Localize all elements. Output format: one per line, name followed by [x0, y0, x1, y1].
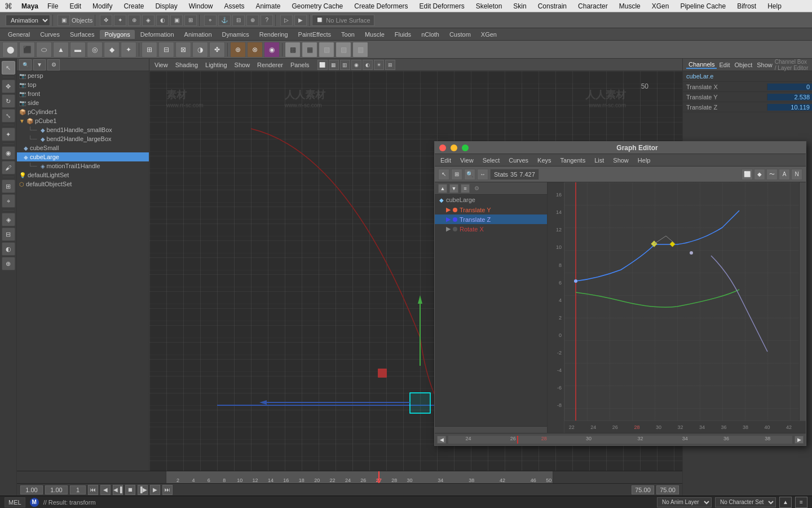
move-tool-icon[interactable]: ✥: [2, 80, 15, 93]
shelf-tab-custom[interactable]: Custom: [445, 30, 475, 39]
ch-value-tx[interactable]: 0: [767, 84, 812, 90]
scene-item-front[interactable]: 📷 front: [17, 89, 149, 98]
tool-icon-4[interactable]: ◈: [142, 15, 155, 26]
ge-scrollbar-right[interactable]: [799, 182, 806, 421]
shelf-icon-checker4[interactable]: ▨: [336, 42, 351, 58]
ge-close-btn[interactable]: [439, 144, 446, 151]
scene-item-bend2[interactable]: └─ ◆ bend2Handle_largeBox: [17, 134, 149, 143]
ge-menu-keys[interactable]: Keys: [535, 157, 553, 164]
ge-tb-icon-keys[interactable]: ◆: [754, 169, 765, 180]
menu-constrain[interactable]: Constrain: [536, 2, 569, 10]
ge-tb-icon-anim[interactable]: A: [779, 169, 790, 180]
tool-icon-2[interactable]: ✦: [114, 15, 126, 26]
shelf-icon-checker[interactable]: ▩: [285, 42, 301, 58]
ge-maximize-btn[interactable]: [462, 144, 469, 151]
ch-tab-edit[interactable]: Edit: [717, 62, 732, 68]
menu-assets[interactable]: Assets: [222, 2, 246, 10]
ge-menu-help[interactable]: Help: [636, 157, 653, 164]
mode-dropdown[interactable]: Animation: [6, 15, 50, 26]
stop-btn[interactable]: ⏹: [125, 485, 135, 495]
paint-icon[interactable]: 🖌: [2, 161, 15, 174]
play-fwd-btn[interactable]: ▐▶: [138, 485, 148, 495]
shelf-icon-checker5[interactable]: ▥: [352, 42, 368, 58]
vp-menu-panels[interactable]: Panels: [288, 62, 312, 68]
ge-timeline-bar[interactable]: 24 26 28 30 32 34 36 38: [448, 436, 792, 444]
scene-item-motiontrail[interactable]: └─ ◈ motionTrail1Handle: [17, 161, 149, 170]
ge-tb-icon-curve[interactable]: 〜: [766, 169, 778, 180]
menu-skin[interactable]: Skin: [511, 2, 528, 10]
snap-btn-4[interactable]: ⊕: [246, 15, 259, 26]
ge-attr-rotatex[interactable]: ▶ Rotate X: [435, 224, 547, 234]
ge-menu-edit[interactable]: Edit: [438, 157, 453, 164]
shelf-icon-bevel[interactable]: ⊟: [158, 42, 174, 58]
scene-item-bend1[interactable]: └─ ◆ bend1Handle_smallBox: [17, 125, 149, 134]
vp-icon-1[interactable]: ⬜: [317, 60, 328, 70]
ge-menu-select[interactable]: Select: [480, 157, 502, 164]
step-fwd-btn[interactable]: ▶: [150, 485, 160, 495]
vp-icon-2[interactable]: ▦: [329, 60, 339, 70]
ge-list-scroll-up[interactable]: ▲: [438, 184, 447, 193]
menu-display[interactable]: Display: [153, 2, 179, 10]
menu-help[interactable]: Help: [765, 2, 784, 10]
playback-start-field[interactable]: [20, 485, 43, 494]
ge-list-scrollbar[interactable]: [435, 426, 547, 433]
menu-pipeline[interactable]: Pipeline Cache: [678, 2, 728, 10]
render-btn-2[interactable]: ▶: [294, 15, 307, 26]
ch-row-translatex[interactable]: Translate X 0: [683, 82, 812, 92]
menu-window[interactable]: Window: [187, 2, 215, 10]
ge-attr-translatez[interactable]: ▶ Translate Z: [435, 214, 547, 224]
timeline-main[interactable]: 2 4 6 8 10 12 14 16 18 20 22 24 26 27: [166, 471, 553, 483]
snap-btn-2[interactable]: ⚓: [218, 15, 231, 26]
shelf-icon-cylinder[interactable]: ⬭: [36, 42, 52, 58]
select-tool-icon[interactable]: ↖: [2, 61, 15, 75]
mel-indicator[interactable]: MEL: [5, 497, 25, 507]
shelf-icon-checker2[interactable]: ▦: [302, 42, 317, 58]
shelf-tab-painteffects[interactable]: PaintEffects: [294, 30, 336, 39]
ge-tb-icon-norm[interactable]: N: [791, 169, 802, 180]
ge-tb-icon-4[interactable]: ↔: [477, 169, 488, 180]
go-end-btn[interactable]: ⏭: [162, 485, 173, 495]
char-set-dropdown[interactable]: No Character Set: [715, 497, 776, 507]
scene-item-defaultobjectset[interactable]: ⬡ defaultObjectSet: [17, 179, 149, 189]
scene-options-icon[interactable]: ⚙: [47, 59, 60, 71]
ge-minimize-btn[interactable]: [451, 144, 457, 151]
ge-tb-icon-2[interactable]: ⊞: [451, 169, 462, 180]
objects-btn[interactable]: ▣: [58, 15, 70, 26]
scene-item-pcylinder1[interactable]: 📦 pCylinder1: [17, 107, 149, 116]
scene-search-icon[interactable]: 🔍: [19, 59, 32, 71]
vp-menu-renderer[interactable]: Renderer: [254, 62, 286, 68]
ch-tab-object[interactable]: Object: [732, 62, 754, 68]
shelf-icon-separate[interactable]: ⊗: [247, 42, 263, 58]
ge-menu-tangents[interactable]: Tangents: [558, 157, 588, 164]
anim-layer-dropdown[interactable]: No Anim Layer: [657, 497, 712, 507]
vp-icon-3[interactable]: ▥: [340, 60, 350, 70]
render-btn-1[interactable]: ▷: [280, 15, 293, 26]
menu-create[interactable]: Create: [121, 2, 146, 10]
vp-icon-7[interactable]: ⊞: [385, 60, 395, 70]
menu-muscle[interactable]: Muscle: [617, 2, 643, 10]
shelf-tab-fluids[interactable]: Fluids: [390, 30, 416, 39]
ge-timeline-prev[interactable]: ◀: [437, 436, 446, 444]
menu-animate[interactable]: Animate: [254, 2, 283, 10]
scene-item-persp[interactable]: 📷 persp: [17, 71, 149, 80]
ch-tab-channels[interactable]: Channels: [686, 61, 717, 69]
menu-edit[interactable]: Edit: [67, 2, 83, 10]
ch-row-translatey[interactable]: Translate Y 2.538: [683, 92, 812, 102]
ge-list-options[interactable]: ≡: [461, 184, 470, 193]
show-manip-icon[interactable]: ⊞: [2, 179, 15, 193]
vp-menu-shading[interactable]: Shading: [173, 62, 201, 68]
vp-icon-6[interactable]: ☀: [374, 60, 384, 70]
ge-attr-translatey[interactable]: ▶ Translate Y: [435, 205, 547, 214]
tool-icon-5[interactable]: ◐: [156, 15, 169, 26]
shelf-icon-poke[interactable]: ✤: [209, 42, 225, 58]
scene-item-cubesmall[interactable]: ◆ cubeSmall: [17, 143, 149, 152]
app-name[interactable]: Maya: [21, 2, 38, 10]
shelf-icon-plane[interactable]: ▬: [70, 42, 86, 58]
lasso-icon[interactable]: ⌖: [2, 194, 15, 208]
shelf-tab-muscle[interactable]: Muscle: [360, 30, 389, 39]
snap-point-icon[interactable]: ◈: [2, 213, 15, 226]
vp-menu-view[interactable]: View: [152, 62, 171, 68]
shelf-icon-wedge[interactable]: ◑: [192, 42, 208, 58]
play-back-btn[interactable]: ◀▐: [113, 485, 123, 495]
menu-geocache[interactable]: Geometry Cache: [290, 2, 346, 10]
